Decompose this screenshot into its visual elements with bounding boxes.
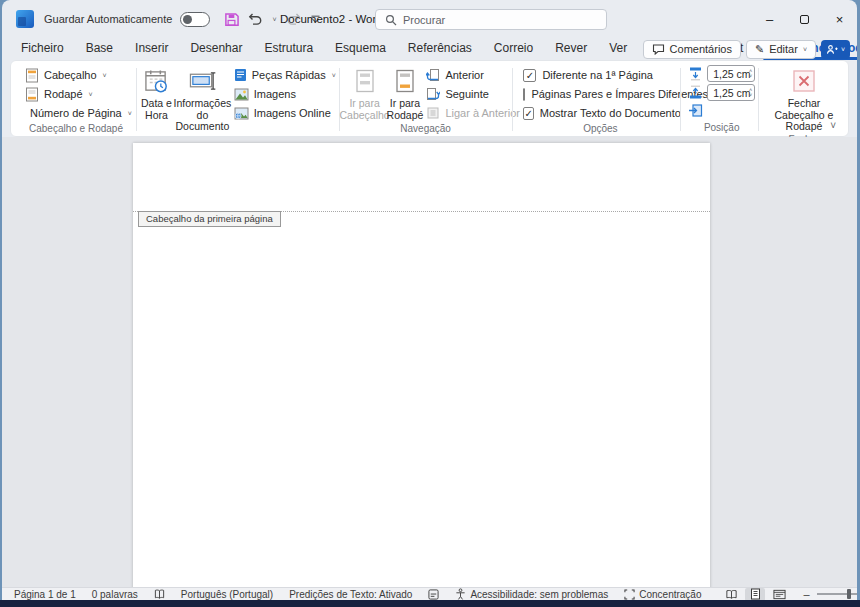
page-number-caret-icon: ˅: [128, 110, 132, 117]
text-predictions[interactable]: Predições de Texto: Ativado: [289, 589, 412, 600]
undo-dropdown-caret-icon[interactable]: ˅: [272, 16, 276, 23]
header-from-top-field[interactable]: 1,25 cm ˄˅: [688, 65, 755, 82]
tab-correio[interactable]: Correio: [483, 38, 544, 60]
header-button[interactable]: Cabeçalho˅: [25, 66, 127, 84]
close-button[interactable]: ×: [822, 0, 857, 38]
share-button[interactable]: ˅: [821, 40, 850, 59]
footer-from-bottom-field[interactable]: 1,25 cm ˄˅: [688, 84, 755, 101]
header-page-icon: [25, 68, 39, 83]
go-footer-icon: [395, 69, 415, 93]
tab-rever[interactable]: Rever: [544, 38, 598, 60]
group-name-header-footer: Cabeçalho e Rodapé: [25, 122, 127, 136]
footer-caret-icon: ˅: [89, 91, 93, 98]
zoom-out-button[interactable]: –: [803, 588, 809, 600]
search-placeholder: Procurar: [403, 14, 445, 26]
footer-from-bottom-value: 1,25 cm: [713, 87, 750, 99]
date-time-label: Data e Hora: [140, 98, 173, 121]
odd-even-pages-checkbox[interactable]: Páginas Pares e Ímpares Diferentes: [523, 85, 677, 103]
desktop-frame: Guardar Automaticamente ˅ Documento2 - W…: [0, 0, 860, 607]
link-to-previous-button: Ligar à Anterior: [426, 104, 520, 122]
quick-parts-button[interactable]: Peças Rápidas˅: [234, 66, 336, 84]
link-previous-icon: [426, 106, 440, 120]
date-time-button[interactable]: Data e Hora: [140, 63, 173, 144]
document-title: Documento2 - Word: [280, 0, 383, 38]
doc-info-icon: [189, 70, 216, 92]
next-label: Seguinte: [445, 88, 488, 100]
focus-mode-button[interactable]: Concentração: [624, 589, 701, 600]
group-name-options: Opções: [523, 122, 677, 136]
go-to-footer-button[interactable]: Ir para Rodapé: [387, 63, 424, 122]
footer-button[interactable]: Rodapé˅: [25, 85, 127, 103]
comments-button[interactable]: Comentários: [643, 40, 741, 59]
web-layout-button[interactable]: [769, 588, 789, 601]
show-document-text-checkbox[interactable]: ✓ Mostrar Texto do Documento: [523, 104, 677, 122]
next-button[interactable]: Seguinte: [426, 85, 520, 103]
pictures-label: Imagens: [254, 88, 296, 100]
previous-button[interactable]: Anterior: [426, 66, 520, 84]
page-number-button[interactable]: Número de Página˅: [25, 104, 127, 122]
tab-estrutura[interactable]: Estrutura: [253, 38, 324, 60]
spinner-arrows-icon[interactable]: ˄˅: [749, 85, 752, 100]
window-controls: – ×: [752, 0, 857, 38]
undo-icon[interactable]: [248, 12, 263, 26]
ribbon-collapse-chevron-icon[interactable]: ˅: [830, 120, 836, 131]
read-mode-button[interactable]: [721, 588, 741, 601]
focus-icon: [624, 589, 635, 600]
group-insert: Data e Hora Informações do Documento ˅ P…: [140, 63, 336, 136]
pictures-button[interactable]: Imagens: [234, 85, 336, 103]
online-pictures-icon: [234, 107, 249, 120]
header-from-top-input[interactable]: 1,25 cm ˄˅: [707, 65, 755, 82]
document-area: Cabeçalho da primeira página: [2, 137, 857, 587]
footer-label: Rodapé: [44, 88, 83, 100]
accessibility-icon: [455, 588, 466, 600]
title-bar: Guardar Automaticamente ˅ Documento2 - W…: [2, 0, 857, 38]
tab-ficheiro[interactable]: Ficheiro: [10, 38, 75, 60]
save-icon[interactable]: [224, 12, 239, 27]
proofing-icon[interactable]: [154, 589, 165, 600]
search-input[interactable]: Procurar: [375, 9, 607, 30]
tab-referencias[interactable]: Referências: [397, 38, 483, 60]
tab-esquema[interactable]: Esquema: [324, 38, 397, 60]
footer-position-icon: [688, 85, 703, 100]
pictures-icon: [234, 88, 249, 101]
online-pictures-button[interactable]: Imagens Online: [234, 104, 336, 122]
previous-label: Anterior: [445, 69, 484, 81]
group-separator: [136, 68, 137, 131]
checkbox-checked-icon: ✓: [523, 69, 536, 82]
web-layout-icon: [773, 589, 786, 600]
spinner-arrows-icon[interactable]: ˄˅: [749, 66, 752, 81]
page-indicator[interactable]: Página 1 de 1: [14, 589, 76, 600]
autosave-label: Guardar Automaticamente: [44, 13, 172, 25]
tab-inserir[interactable]: Inserir: [124, 38, 179, 60]
ribbon-panel: Cabeçalho˅ Rodapé˅ Número de Página˅ Cab…: [10, 60, 849, 137]
page[interactable]: Cabeçalho da primeira página: [133, 143, 710, 587]
zoom-control: – + 100%: [803, 588, 857, 600]
accessibility-status[interactable]: Acessibilidade: sem problemas: [455, 588, 608, 600]
search-icon: [385, 14, 397, 26]
quick-parts-caret-icon: ˅: [332, 72, 336, 79]
language-indicator[interactable]: Português (Portugal): [181, 589, 273, 600]
print-layout-button[interactable]: [745, 588, 765, 601]
autosave-toggle[interactable]: [180, 12, 210, 27]
zoom-slider[interactable]: [817, 593, 857, 595]
tab-base[interactable]: Base: [75, 38, 124, 60]
zoom-slider-thumb[interactable]: [847, 589, 851, 599]
close-header-footer-icon: [792, 69, 816, 93]
text-predictions-icon[interactable]: [428, 589, 439, 600]
doc-info-button[interactable]: Informações do Documento ˅: [173, 63, 232, 144]
alignment-tab-button[interactable]: [688, 103, 755, 118]
word-count[interactable]: 0 palavras: [92, 589, 138, 600]
go-to-header-label: Ir para Cabeçalho: [340, 98, 390, 121]
edit-label: Editar: [769, 43, 798, 55]
maximize-button[interactable]: [787, 0, 822, 38]
go-to-header-button: Ir para Cabeçalho: [343, 63, 387, 122]
tab-desenhar[interactable]: Desenhar: [179, 38, 253, 60]
footer-from-bottom-input[interactable]: 1,25 cm ˄˅: [707, 84, 755, 101]
word-logo-icon[interactable]: [16, 10, 34, 28]
tab-ver[interactable]: Ver: [598, 38, 638, 60]
minimize-button[interactable]: –: [752, 0, 787, 38]
edit-mode-button[interactable]: ✎ Editar ˅: [746, 40, 816, 59]
different-first-page-checkbox[interactable]: ✓ Diferente na 1ª Página: [523, 66, 677, 84]
group-position: 1,25 cm ˄˅ 1,25 cm ˄˅: [684, 63, 755, 136]
link-to-previous-label: Ligar à Anterior: [445, 107, 520, 119]
